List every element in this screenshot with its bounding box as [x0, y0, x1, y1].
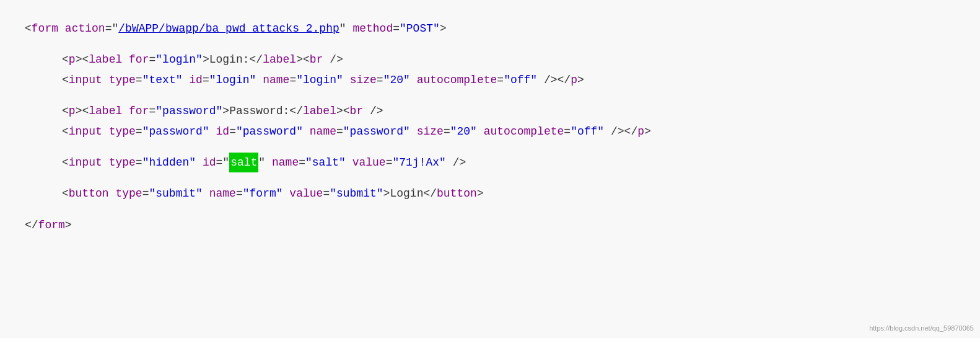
- val-off: "off": [571, 122, 604, 141]
- space2: [346, 19, 353, 38]
- eq: =: [497, 70, 504, 90]
- space: [182, 70, 189, 90]
- space: [265, 153, 272, 172]
- val-submit-type: "submit": [149, 184, 202, 203]
- space: [122, 50, 129, 69]
- attr-for: for: [129, 101, 149, 121]
- val-salt-value: "71j!Ax": [392, 153, 445, 172]
- val-post: "POST": [400, 19, 440, 38]
- bracket: <: [62, 122, 69, 141]
- tag-label-close: label: [303, 101, 336, 121]
- val-password: "password": [155, 101, 222, 121]
- eq: =: [236, 184, 243, 203]
- eq: =: [149, 50, 155, 69]
- attr-type: type: [109, 70, 136, 90]
- eq: =: [136, 70, 142, 90]
- line-label-password: <p><label for="password">Password:</labe…: [62, 101, 955, 121]
- attr-autocomplete: autocomplete: [484, 122, 564, 141]
- bracket: </: [25, 215, 38, 235]
- watermark: https://blog.csdn.net/qq_59870065: [869, 324, 974, 332]
- tag-input: input: [69, 153, 102, 172]
- line-input-salt: <input type="hidden" id="salt" name="sal…: [62, 153, 955, 172]
- tag-label-close: label: [263, 50, 296, 69]
- self-close: /></: [537, 70, 571, 90]
- code-block: <form action="/bWAPP/bwapp/ba_pwd_attack…: [25, 19, 955, 235]
- bracket: <: [62, 50, 69, 69]
- bracket: >: [222, 101, 229, 121]
- tag-button-close: button: [437, 184, 477, 203]
- eq: =: [149, 101, 155, 121]
- attr-size: size: [350, 70, 377, 90]
- self-close: /></: [604, 122, 637, 141]
- tag-br: br: [310, 50, 323, 69]
- bracket: >: [477, 184, 484, 203]
- space: [102, 153, 109, 172]
- eq2: =: [393, 19, 400, 38]
- space: [346, 153, 352, 172]
- space: [58, 19, 65, 38]
- space: [343, 70, 350, 90]
- eq: =: [444, 122, 450, 141]
- eq: =: [336, 122, 343, 141]
- eq: =: [386, 153, 393, 172]
- bracket: >: [65, 215, 72, 235]
- label-text: Password:: [229, 101, 289, 121]
- attr-name: name: [209, 184, 236, 203]
- bracket: <: [62, 70, 69, 90]
- eq: =: [299, 153, 305, 172]
- space: [209, 122, 216, 141]
- action-url[interactable]: /bWAPP/bwapp/ba_pwd_attacks_2.php: [118, 19, 339, 38]
- val-submit-value: "submit": [330, 184, 383, 203]
- bracket: <: [62, 184, 69, 203]
- line-input-password: <input type="password" id="password" nam…: [62, 122, 955, 141]
- tag-form: form: [32, 19, 58, 38]
- line-button: <button type="submit" name="form" value=…: [62, 184, 955, 203]
- val-password-type: "password": [142, 122, 209, 141]
- bracket: ><: [76, 50, 89, 69]
- eq: =: [377, 70, 383, 90]
- line-form-open: <form action="/bWAPP/bwapp/ba_pwd_attack…: [25, 19, 955, 38]
- self-close: />: [323, 50, 343, 69]
- eq: =: [564, 122, 571, 141]
- bracket: <: [25, 19, 32, 38]
- eq: =: [289, 70, 296, 90]
- attr-method: method: [352, 19, 393, 38]
- bracket: ><: [76, 101, 89, 121]
- quote-close: ": [339, 19, 346, 38]
- space: [102, 122, 109, 141]
- space: [196, 153, 203, 172]
- tag-input: input: [69, 122, 102, 141]
- space: [122, 101, 129, 121]
- attr-type: type: [109, 122, 136, 141]
- bracket: ><: [336, 101, 350, 121]
- space: [303, 122, 310, 141]
- quote-close: ": [258, 153, 265, 172]
- attr-action: action: [65, 19, 105, 38]
- attr-id: id: [189, 70, 203, 90]
- val-off: "off": [504, 70, 537, 90]
- eq: =: [229, 122, 236, 141]
- eq: =: [142, 184, 149, 203]
- bracket: >: [577, 70, 584, 90]
- eq: =: [136, 122, 142, 141]
- val-id-password: "password": [236, 122, 303, 141]
- val-name-password: "password": [343, 122, 410, 141]
- tag-p-close: p: [637, 122, 644, 141]
- bracket-close: >: [440, 19, 447, 38]
- val-name-salt: "salt": [305, 153, 346, 172]
- highlighted-salt: salt: [229, 153, 258, 172]
- space: [477, 122, 484, 141]
- attr-value: value: [352, 153, 386, 172]
- bracket: <: [62, 101, 69, 121]
- val-login: "login": [155, 50, 203, 69]
- attr-size: size: [417, 122, 444, 141]
- bracket: >: [383, 184, 390, 203]
- tag-button: button: [69, 184, 109, 203]
- space: [410, 70, 417, 90]
- tag-input: input: [69, 70, 102, 90]
- bracket: <: [62, 153, 69, 172]
- val-hidden: "hidden": [142, 153, 196, 172]
- val-size: "20": [450, 122, 477, 141]
- self-close: />: [446, 153, 466, 172]
- val-name-form: "form": [243, 184, 283, 203]
